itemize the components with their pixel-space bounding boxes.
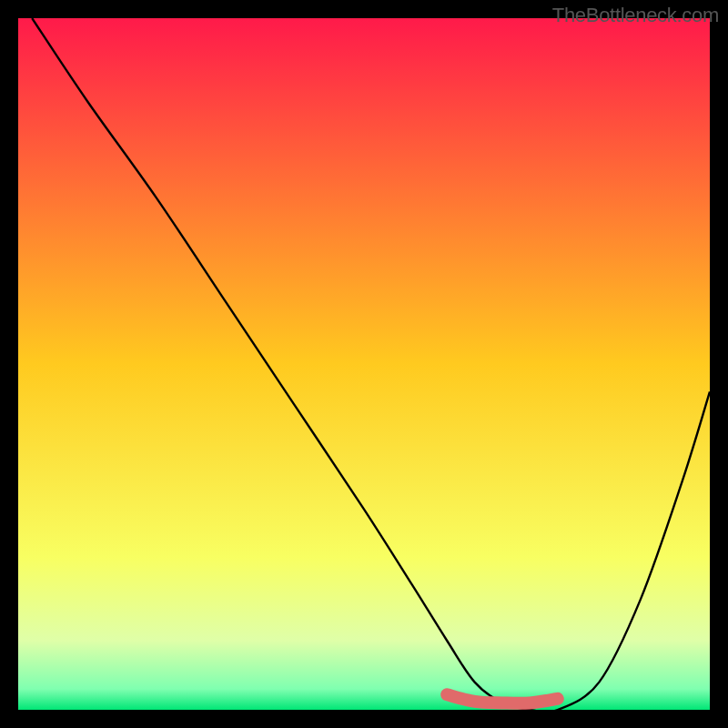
chart-svg bbox=[18, 18, 710, 710]
chart-frame bbox=[18, 18, 710, 710]
watermark-text: TheBottleneck.com bbox=[552, 4, 719, 27]
gradient-background bbox=[18, 18, 710, 710]
